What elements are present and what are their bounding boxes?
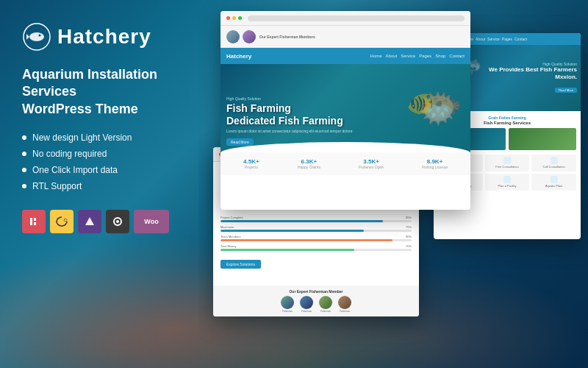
- hero-desc: Lorem ipsum dolor sit amet consectetur a…: [226, 129, 352, 133]
- bullet-icon: [22, 168, 26, 172]
- brand-name: Hatchery: [57, 25, 151, 49]
- fisherman-card-2: Fisherman: [300, 296, 313, 313]
- svg-marker-8: [85, 217, 94, 225]
- fisherman-avatar-3: [319, 296, 332, 309]
- progress-1: Project Complete 85%: [220, 216, 412, 222]
- fisherman-card-1: Fisherman: [281, 296, 294, 313]
- tagline-line1: Aquarium Installation Services: [22, 67, 157, 99]
- bullet-icon: [22, 135, 26, 140]
- avatar-1: [226, 30, 240, 43]
- third-cta-button[interactable]: Explore Solutions: [220, 260, 261, 269]
- stat-fisheries: 3.5K+ Fisheries Open: [359, 158, 384, 169]
- tagline: Aquarium Installation Services WordPress…: [22, 66, 191, 118]
- svg-point-7: [65, 219, 65, 220]
- fisherman-avatar-1: [281, 296, 294, 309]
- service-icon-2: [503, 157, 511, 164]
- fisherman-name-2: Fisherman: [300, 310, 313, 313]
- bar-inner-4: [220, 249, 354, 251]
- mockups-area: Our Expert Fisherman Members Hatchery Ho…: [198, 0, 588, 368]
- circle-badge: [106, 210, 129, 233]
- hero-label: High Quality Solution: [226, 96, 352, 101]
- mailchimp-badge: [50, 210, 74, 233]
- feature-img-2: [509, 128, 576, 150]
- fisherman-avatar-4: [338, 296, 351, 309]
- logo-fish-icon: [22, 22, 51, 52]
- sec-nav-service: Service: [487, 37, 500, 41]
- nav-links: Home About Service Pages Shop Contact: [370, 54, 465, 58]
- progress-2: Maximuim 75%: [220, 225, 412, 232]
- member-avatars: [226, 30, 256, 43]
- progress-3: Team Members 90%: [220, 235, 412, 241]
- bullet-icon: [22, 184, 26, 188]
- svg-point-1: [29, 32, 44, 41]
- top-info-bar: Our Expert Fisherman Members: [220, 26, 470, 48]
- hero-text: High Quality Solution Fish Farming Dedic…: [226, 96, 352, 146]
- bar-inner-1: [220, 220, 383, 222]
- nav-about: About: [386, 54, 398, 58]
- avatar-2: [243, 30, 256, 43]
- sec-nav-contact: Contact: [514, 37, 527, 41]
- elementor-badge: [22, 210, 46, 233]
- bar-outer-2: [220, 230, 412, 232]
- bar-inner-3: [220, 239, 392, 241]
- fish-small-icon: 🐠: [406, 91, 434, 116]
- triangle-badge: [78, 210, 101, 233]
- fisherman-bottom-bar: Our Expert Fisherman Member Fisherman Fi…: [213, 286, 419, 316]
- stat-license: 8.9K+ Fishing License: [422, 158, 448, 169]
- feature-list: New design Light Version No coding requi…: [22, 132, 191, 191]
- progress-4: Total Money 70%: [220, 244, 412, 251]
- hero-cta-button[interactable]: Read More: [226, 138, 254, 146]
- feature-item: No coding required: [22, 149, 191, 159]
- service-2: Free Consultation: [485, 155, 530, 171]
- stats-row: 4.5K+ Projects 6.3K+ Happy Clients 3.5K+…: [226, 158, 465, 169]
- hero-title: Fish Farming Dedicated Fish Farming: [226, 102, 352, 127]
- dot-yellow: [232, 16, 236, 20]
- fisherman-cards-row: Fisherman Fisherman Fisherman Fisherman: [217, 296, 415, 313]
- bar-inner-2: [220, 230, 364, 232]
- tagline-line2: WordPress Theme: [22, 102, 138, 116]
- sec-hero-title: We Provides Best Fish Farmers Mxxion.: [489, 66, 577, 82]
- fisherman-avatar-2: [300, 296, 313, 309]
- service-icon-3: [551, 157, 558, 164]
- dot-red: [226, 16, 230, 20]
- svg-rect-4: [34, 218, 36, 221]
- service-icon-6: [551, 176, 558, 183]
- woo-label: Woo: [144, 218, 158, 225]
- fisherman-name-4: Fisherman: [338, 310, 351, 313]
- bar-outer-4: [220, 249, 412, 251]
- sec-nav-about: About: [476, 37, 485, 41]
- stat-projects: 4.5K+ Projects: [243, 158, 259, 169]
- svg-rect-3: [30, 218, 32, 225]
- site-nav: Hatchery Home About Service Pages Shop C…: [220, 48, 470, 64]
- service-6: Aquatic Plant: [531, 174, 576, 191]
- stat-clients: 6.3K+ Happy Clients: [298, 158, 320, 169]
- service-5: Plan a Facility: [485, 174, 530, 191]
- nav-shop: Shop: [435, 54, 445, 58]
- feature-item: New design Light Version: [22, 132, 191, 143]
- sec-nav-links: Home About Service Pages Contact: [464, 37, 528, 41]
- service-icon-5: [503, 176, 511, 183]
- hero-section: 🐡 🐠 High Quality Solution Fish Farming D…: [220, 64, 470, 152]
- sec-hero-text: High Quality Solution We Provides Best F…: [489, 62, 577, 95]
- fisherman-card-4: Fisherman: [338, 296, 351, 313]
- feature-item: RTL Support: [22, 181, 191, 191]
- fisherman-section-title: Our Expert Fisherman Member: [217, 289, 415, 294]
- nav-logo: Hatchery: [226, 53, 251, 60]
- svg-point-2: [39, 35, 41, 37]
- nav-contact: Contact: [449, 54, 465, 58]
- nav-pages: Pages: [419, 54, 431, 58]
- bar-outer-1: [220, 220, 412, 222]
- svg-point-6: [64, 219, 67, 222]
- service-3: Call Consultation: [531, 155, 576, 171]
- sec-nav-pages: Pages: [502, 37, 512, 41]
- fisherman-name-3: Fisherman: [319, 310, 332, 313]
- fisherman-name-1: Fisherman: [281, 310, 294, 313]
- browser-chrome: [220, 11, 470, 26]
- svg-rect-5: [34, 222, 36, 225]
- main-mockup: Our Expert Fisherman Members Hatchery Ho…: [220, 11, 470, 210]
- feature-item: One Click Import data: [22, 165, 191, 175]
- nav-home: Home: [370, 54, 382, 58]
- address-bar: [248, 15, 465, 21]
- stats-section: 4.5K+ Projects 6.3K+ Happy Clients 3.5K+…: [220, 152, 470, 175]
- sec-hero-btn[interactable]: Read More: [555, 88, 577, 93]
